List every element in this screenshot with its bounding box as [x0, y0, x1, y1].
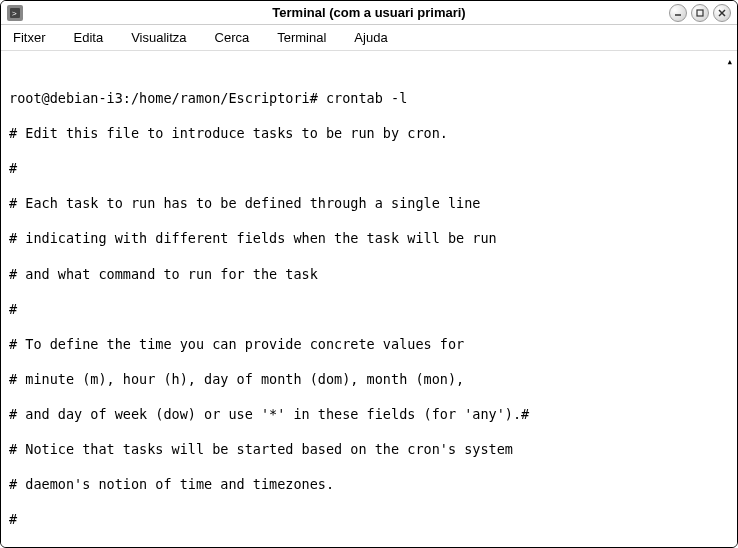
maximize-button[interactable] [691, 4, 709, 22]
terminal-line: # and what command to run for the task [9, 266, 729, 284]
terminal-line: root@debian-i3:/home/ramon/Escriptori# c… [9, 90, 729, 108]
terminal-line: # indicating with different fields when … [9, 230, 729, 248]
terminal-line: # Edit this file to introduce tasks to b… [9, 125, 729, 143]
terminal-line: # [9, 160, 729, 178]
svg-text:>: > [12, 9, 17, 18]
menu-fitxer[interactable]: Fitxer [9, 28, 50, 47]
menu-visualitza[interactable]: Visualitza [127, 28, 190, 47]
terminal-line: # Notice that tasks will be started base… [9, 441, 729, 459]
close-button[interactable] [713, 4, 731, 22]
terminal-line: # Each task to run has to be defined thr… [9, 195, 729, 213]
titlebar: > Terminal (com a usuari primari) [1, 1, 737, 25]
terminal-line: # To define the time you can provide con… [9, 336, 729, 354]
menu-edita[interactable]: Edita [70, 28, 108, 47]
menubar: Fitxer Edita Visualitza Cerca Terminal A… [1, 25, 737, 51]
terminal-output[interactable]: ▴ root@debian-i3:/home/ramon/Escriptori#… [1, 51, 737, 547]
scroll-up-indicator[interactable]: ▴ [726, 55, 733, 69]
terminal-line: # minute (m), hour (h), day of month (do… [9, 371, 729, 389]
terminal-line: # [9, 301, 729, 319]
minimize-button[interactable] [669, 4, 687, 22]
menu-terminal[interactable]: Terminal [273, 28, 330, 47]
menu-ajuda[interactable]: Ajuda [350, 28, 391, 47]
terminal-line: # Output of the crontab jobs (including … [9, 546, 729, 547]
terminal-line: # and day of week (dow) or use '*' in th… [9, 406, 729, 424]
svg-rect-3 [697, 10, 703, 16]
terminal-line: # [9, 511, 729, 529]
window-title: Terminal (com a usuari primari) [272, 5, 465, 20]
app-icon: > [7, 5, 23, 21]
command: crontab -l [326, 90, 407, 106]
terminal-line: # daemon's notion of time and timezones. [9, 476, 729, 494]
prompt: root@debian-i3:/home/ramon/Escriptori# [9, 90, 326, 106]
menu-cerca[interactable]: Cerca [211, 28, 254, 47]
window-controls [669, 4, 731, 22]
